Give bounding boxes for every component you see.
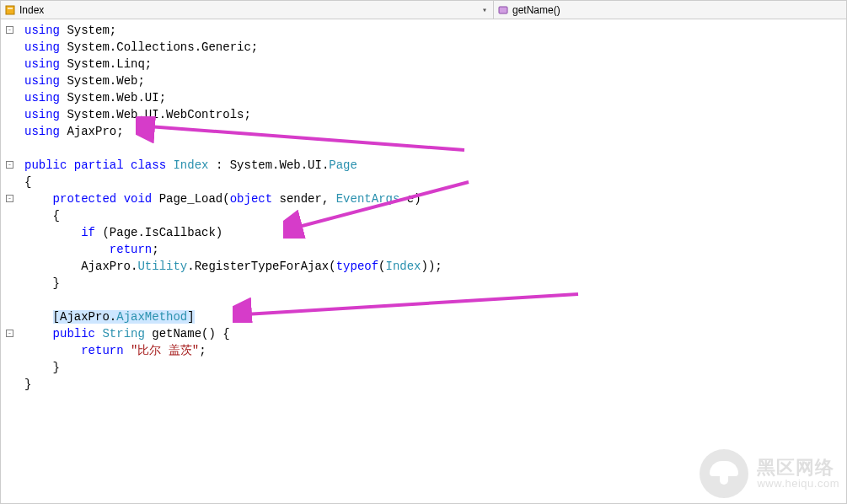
code-line: using System.Web.UI.WebControls;	[24, 108, 251, 121]
context-class-label: Index	[19, 4, 44, 16]
code-line: using System.Linq;	[24, 57, 152, 71]
code-line: public partial class Index : System.Web.…	[24, 158, 357, 172]
code-line: using System.Web.UI;	[24, 91, 166, 105]
code-line: using AjaxPro;	[24, 125, 124, 138]
svg-rect-1	[8, 8, 13, 9]
code-line: {	[24, 209, 60, 223]
code-line: return;	[24, 243, 159, 256]
svg-rect-2	[499, 7, 507, 13]
watermark-url: www.heiqu.com	[757, 478, 839, 490]
code-line: [AjaxPro.AjaxMethod]	[24, 310, 195, 324]
context-member-dropdown[interactable]: getName()	[494, 1, 846, 19]
code-line: using System;	[24, 24, 116, 37]
fold-gutter: - - - -	[1, 19, 19, 503]
watermark-title: 黑区网络	[757, 458, 839, 478]
fold-toggle[interactable]: -	[6, 330, 13, 337]
code-line: if (Page.IsCallback)	[24, 226, 222, 239]
code-line: protected void Page_Load(object sender, …	[24, 192, 421, 206]
fold-toggle[interactable]: -	[6, 161, 13, 169]
code-line: return "比尔 盖茨";	[24, 344, 206, 357]
fold-toggle[interactable]: -	[6, 195, 13, 202]
context-bar: Index ▾ getName()	[1, 1, 846, 19]
class-icon	[4, 4, 16, 16]
code-area[interactable]: using System; using System.Collections.G…	[19, 19, 442, 503]
watermark-icon	[700, 449, 748, 498]
code-line: }	[24, 378, 31, 391]
code-line: }	[24, 276, 60, 290]
code-line: {	[24, 175, 31, 189]
code-line: public String getName() {	[24, 327, 230, 340]
context-member-label: getName()	[512, 4, 560, 16]
code-line: }	[24, 361, 60, 374]
svg-rect-0	[6, 6, 14, 14]
method-icon	[497, 4, 509, 16]
code-line: AjaxPro.Utility.RegisterTypeForAjax(type…	[24, 260, 442, 273]
code-line: using System.Collections.Generic;	[24, 40, 258, 54]
context-class-dropdown[interactable]: Index ▾	[1, 1, 494, 19]
chevron-down-icon: ▾	[480, 5, 490, 15]
code-editor[interactable]: - - - - using System; using System.Colle…	[1, 19, 846, 503]
watermark: 黑区网络 www.heiqu.com	[700, 449, 839, 498]
editor-window: Index ▾ getName() - - - - using System; …	[0, 0, 847, 504]
code-line: using System.Web;	[24, 74, 145, 88]
fold-toggle[interactable]: -	[6, 26, 13, 34]
